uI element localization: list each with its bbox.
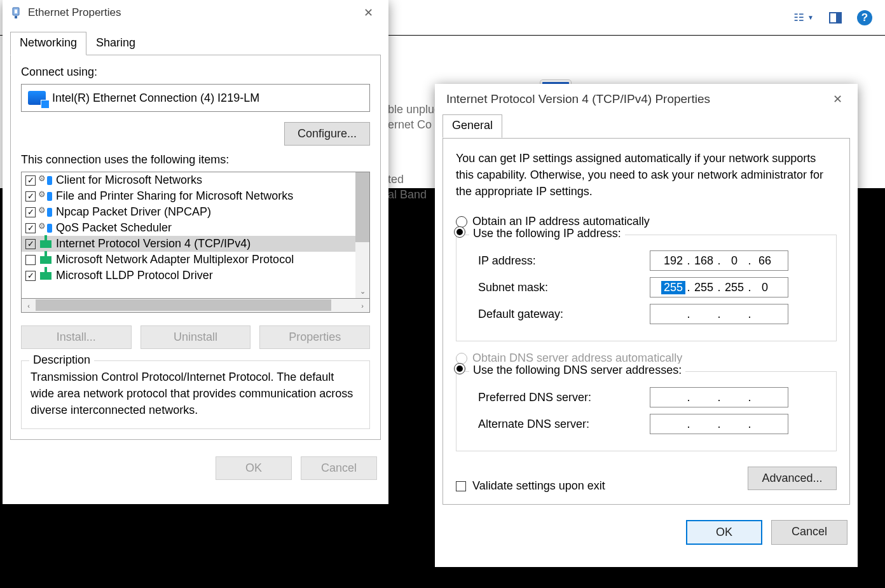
service-icon: ⚙	[39, 190, 52, 203]
connection-items-list[interactable]: ⌄ ✓⚙Client for Microsoft Networks✓⚙File …	[21, 172, 370, 299]
dialog-title: Ethernet Properties	[28, 6, 121, 19]
description-text: Transmission Control Protocol/Internet P…	[31, 369, 360, 418]
hscrollbar-thumb[interactable]	[36, 299, 331, 311]
radio-auto-dns: Obtain DNS server address automatically	[456, 352, 837, 365]
ip-address-label: IP address:	[478, 254, 650, 268]
checkbox-icon[interactable]: ✓	[25, 207, 36, 217]
validate-settings-checkbox[interactable]: Validate settings upon exit	[456, 479, 605, 493]
checkbox-icon[interactable]: ✓	[25, 175, 36, 186]
items-label: This connection uses the following items…	[21, 153, 370, 167]
dialog-titlebar[interactable]: Ethernet Properties ✕	[3, 0, 388, 25]
dialog-titlebar[interactable]: Internet Protocol Version 4 (TCP/IPv4) P…	[435, 84, 858, 114]
list-item[interactable]: ✓⚙Client for Microsoft Networks	[22, 172, 369, 188]
cancel-button[interactable]: Cancel	[771, 520, 847, 545]
hscroll-left-icon[interactable]: ‹	[22, 299, 36, 313]
list-item-label: Microsoft LLDP Protocol Driver	[56, 269, 213, 282]
checkbox-icon[interactable]	[25, 255, 36, 265]
list-item-label: File and Printer Sharing for Microsoft N…	[56, 189, 293, 203]
list-item[interactable]: ✓Internet Protocol Version 4 (TCP/IPv4)	[22, 236, 369, 252]
radio-icon	[456, 353, 467, 364]
ip-octet-2[interactable]: 168	[692, 254, 716, 268]
default-gateway-label: Default gateway:	[478, 308, 650, 321]
view-options-icon[interactable]: ▼	[793, 8, 814, 28]
install-button[interactable]: Install...	[21, 325, 132, 349]
alternate-dns-input[interactable]: . . .	[650, 414, 788, 434]
configure-button[interactable]: Configure...	[284, 122, 370, 146]
svg-rect-4	[799, 17, 804, 18]
svg-rect-7	[836, 13, 841, 23]
default-gateway-input[interactable]: . . .	[650, 304, 788, 324]
close-button[interactable]: ✕	[353, 3, 383, 23]
mask-octet-2[interactable]: 255	[692, 281, 716, 294]
list-item-label: Client for Microsoft Networks	[56, 174, 202, 187]
ok-button[interactable]: OK	[686, 520, 762, 545]
ethernet-icon	[10, 7, 22, 18]
adapter-box[interactable]: Intel(R) Ethernet Connection (4) I219-LM	[21, 84, 370, 112]
preferred-dns-label: Preferred DNS server:	[478, 391, 650, 404]
cancel-button[interactable]: Cancel	[301, 456, 377, 480]
svg-rect-1	[795, 17, 798, 18]
hscroll-right-icon[interactable]: ›	[355, 299, 369, 313]
intro-text: You can get IP settings assigned automat…	[456, 150, 837, 200]
ok-button[interactable]: OK	[216, 456, 292, 480]
svg-rect-3	[799, 13, 804, 15]
mask-octet-3[interactable]: 255	[722, 281, 746, 294]
checkbox-icon	[456, 481, 466, 491]
protocol-icon	[39, 270, 52, 282]
mask-octet-1[interactable]: 255	[661, 281, 685, 294]
hscrollbar[interactable]: ‹ ›	[21, 299, 370, 313]
radio-use-ip-label[interactable]: Use the following IP address:	[469, 227, 625, 240]
ip-octet-1[interactable]: 192	[661, 254, 685, 268]
nic-icon	[28, 91, 46, 105]
connect-using-label: Connect using:	[21, 65, 370, 79]
svg-rect-10	[15, 16, 17, 18]
alternate-dns-label: Alternate DNS server:	[478, 418, 650, 431]
ethernet-properties-dialog: Ethernet Properties ✕ Networking Sharing…	[3, 0, 388, 504]
adapter-left2-desc-partial: al Band	[388, 188, 427, 202]
tab-general[interactable]: General	[442, 114, 502, 138]
list-item[interactable]: ✓⚙File and Printer Sharing for Microsoft…	[22, 188, 369, 204]
adapter-left2-status-partial: ted	[388, 173, 404, 186]
close-button[interactable]: ✕	[822, 89, 853, 109]
subnet-mask-input[interactable]: 255. 255. 255. 0	[650, 277, 788, 297]
use-dns-group: Use the following DNS server addresses: …	[456, 371, 837, 451]
checkbox-icon[interactable]: ✓	[25, 239, 36, 249]
checkbox-icon[interactable]: ✓	[25, 271, 36, 281]
protocol-icon	[39, 238, 52, 250]
radio-icon[interactable]	[454, 363, 465, 374]
uninstall-button[interactable]: Uninstall	[141, 325, 251, 349]
tabs-row: Networking Sharing	[3, 25, 388, 55]
radio-auto-ip[interactable]: Obtain an IP address automatically	[456, 215, 837, 228]
help-icon[interactable]: ?	[857, 10, 872, 25]
dialog-title: Internet Protocol Version 4 (TCP/IPv4) P…	[446, 92, 710, 106]
tab-networking[interactable]: Networking	[10, 32, 86, 55]
list-item[interactable]: ✓⚙QoS Packet Scheduler	[22, 220, 369, 236]
list-item-label: QoS Packet Scheduler	[56, 221, 172, 235]
ip-octet-3[interactable]: 0	[722, 254, 746, 268]
ipv4-properties-dialog: Internet Protocol Version 4 (TCP/IPv4) P…	[435, 84, 858, 567]
service-icon: ⚙	[39, 206, 52, 219]
description-legend: Description	[29, 353, 94, 367]
list-item[interactable]: ✓Microsoft LLDP Protocol Driver	[22, 268, 369, 284]
ip-address-input[interactable]: 192. 168. 0. 66	[650, 250, 788, 271]
checkbox-icon[interactable]: ✓	[25, 191, 36, 202]
advanced-button[interactable]: Advanced...	[748, 467, 837, 490]
protocol-icon	[39, 254, 52, 266]
svg-rect-5	[799, 20, 804, 21]
list-item-label: Internet Protocol Version 4 (TCP/IPv4)	[56, 237, 250, 250]
list-item[interactable]: ✓⚙Npcap Packet Driver (NPCAP)	[22, 204, 369, 220]
tab-sharing[interactable]: Sharing	[86, 32, 145, 55]
mask-octet-4[interactable]: 0	[753, 281, 777, 294]
vscrollbar-down-icon[interactable]: ⌄	[355, 284, 369, 298]
properties-button[interactable]: Properties	[259, 325, 370, 349]
radio-icon[interactable]	[454, 226, 465, 238]
vscrollbar-thumb[interactable]	[355, 172, 369, 242]
list-item[interactable]: Microsoft Network Adapter Multiplexor Pr…	[22, 252, 369, 268]
preferred-dns-input[interactable]: . . .	[650, 387, 788, 407]
preview-pane-icon[interactable]	[825, 8, 846, 28]
adapter-left-desc-partial: ernet Co	[388, 118, 432, 132]
radio-use-dns-label[interactable]: Use the following DNS server addresses:	[469, 364, 685, 377]
ip-octet-4[interactable]: 66	[753, 254, 777, 268]
checkbox-icon[interactable]: ✓	[25, 223, 36, 233]
list-item-label: Npcap Packet Driver (NPCAP)	[56, 205, 211, 219]
